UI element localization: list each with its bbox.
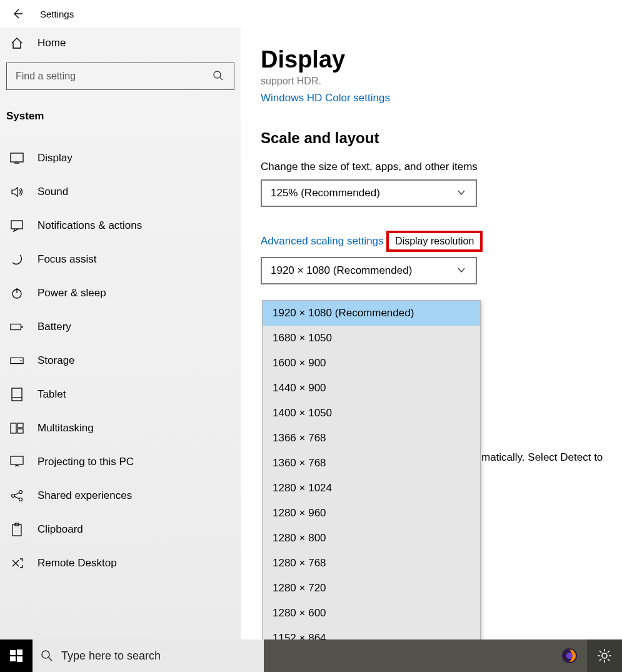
taskbar-settings[interactable]	[587, 639, 622, 672]
taskbar: Type here to search	[0, 639, 622, 672]
resolution-option[interactable]: 1920 × 1080 (Recommended)	[263, 301, 480, 326]
taskbar-firefox[interactable]	[552, 639, 587, 672]
sound-icon	[10, 185, 24, 199]
resolution-dropdown[interactable]: 1920 × 1080 (Recommended)	[261, 257, 477, 284]
clipboard-icon	[10, 523, 24, 536]
sidebar-home-label: Home	[38, 37, 66, 49]
resolution-option[interactable]: 1600 × 900	[263, 351, 480, 376]
scale-dropdown-value: 125% (Recommended)	[271, 187, 380, 199]
sidebar-item-label: Clipboard	[38, 523, 83, 536]
sidebar: Home System Display Sound Notifications …	[0, 28, 241, 672]
sidebar-item-power[interactable]: Power & sleep	[0, 276, 241, 310]
titlebar: Settings	[0, 0, 622, 28]
resolution-option[interactable]: 1280 × 800	[263, 526, 480, 551]
partial-background-text: matically. Select Detect to	[481, 451, 606, 464]
notifications-icon	[10, 219, 24, 233]
display-icon	[10, 151, 24, 165]
sidebar-item-label: Storage	[38, 354, 75, 367]
svg-rect-8	[12, 388, 22, 401]
windows-icon	[9, 649, 23, 663]
sidebar-item-remote[interactable]: Remote Desktop	[0, 546, 241, 580]
page-title: Display	[261, 46, 602, 73]
taskbar-search[interactable]: Type here to search	[33, 639, 264, 672]
firefox-icon	[561, 647, 578, 664]
multitask-icon	[10, 421, 24, 435]
svg-point-7	[20, 360, 21, 361]
resolution-option[interactable]: 1280 × 960	[263, 501, 480, 526]
resolution-options-popup: 1920 × 1080 (Recommended)1680 × 10501600…	[262, 300, 481, 672]
tablet-icon	[10, 388, 24, 401]
shared-icon	[10, 489, 24, 503]
svg-point-15	[19, 491, 23, 494]
svg-point-25	[566, 653, 573, 659]
search-box[interactable]	[6, 63, 234, 90]
sidebar-item-focus-assist[interactable]: Focus assist	[0, 243, 241, 276]
sidebar-item-display[interactable]: Display	[0, 141, 241, 175]
sidebar-item-storage[interactable]: Storage	[0, 344, 241, 378]
sidebar-item-label: Sound	[38, 186, 68, 198]
sidebar-item-shared[interactable]: Shared experiences	[0, 479, 241, 513]
window-title: Settings	[40, 9, 74, 19]
back-button[interactable]	[10, 6, 25, 21]
svg-rect-13	[11, 456, 23, 464]
gear-icon	[596, 648, 613, 664]
sidebar-section-system: System	[0, 103, 241, 141]
svg-rect-19	[10, 650, 16, 655]
sidebar-item-projecting[interactable]: Projecting to this PC	[0, 445, 241, 479]
start-button[interactable]	[0, 639, 33, 672]
scale-label: Change the size of text, apps, and other…	[261, 161, 602, 173]
sidebar-item-tablet[interactable]: Tablet	[0, 378, 241, 411]
resolution-option[interactable]: 1360 × 768	[263, 451, 480, 476]
sidebar-item-label: Tablet	[38, 388, 66, 401]
remote-icon	[10, 556, 24, 570]
arrow-left-icon	[11, 8, 24, 20]
svg-rect-1	[11, 153, 23, 162]
sidebar-item-label: Notifications & actions	[38, 219, 142, 232]
battery-icon	[10, 320, 24, 334]
search-icon	[40, 649, 54, 663]
resolution-option[interactable]: 1280 × 600	[263, 601, 480, 626]
sidebar-item-label: Focus assist	[38, 253, 96, 266]
svg-rect-12	[18, 429, 23, 433]
svg-point-23	[42, 651, 49, 658]
hdr-fragment-text: support HDR.	[261, 76, 602, 87]
sidebar-item-label: Projecting to this PC	[38, 456, 134, 468]
sidebar-item-sound[interactable]: Sound	[0, 175, 241, 209]
sidebar-item-battery[interactable]: Battery	[0, 310, 241, 344]
hd-color-link[interactable]: Windows HD Color settings	[261, 92, 390, 104]
svg-point-0	[214, 71, 221, 78]
advanced-scaling-link[interactable]: Advanced scaling settings	[261, 235, 384, 247]
resolution-option[interactable]: 1280 × 768	[263, 551, 480, 576]
sidebar-item-notifications[interactable]: Notifications & actions	[0, 209, 241, 243]
sidebar-item-multitasking[interactable]: Multitasking	[0, 411, 241, 445]
focus-assist-icon	[10, 253, 24, 266]
sidebar-item-clipboard[interactable]: Clipboard	[0, 513, 241, 546]
sidebar-item-label: Power & sleep	[38, 287, 106, 299]
search-input[interactable]	[16, 71, 213, 82]
svg-rect-2	[11, 221, 23, 229]
resolution-option[interactable]: 1280 × 1024	[263, 476, 480, 501]
resolution-option[interactable]: 1400 × 1050	[263, 401, 480, 426]
resolution-option[interactable]: 1680 × 1050	[263, 326, 480, 351]
sidebar-item-label: Remote Desktop	[38, 557, 117, 569]
power-icon	[10, 286, 24, 300]
sidebar-item-label: Battery	[38, 321, 71, 333]
svg-rect-22	[17, 656, 23, 662]
sidebar-item-label: Shared experiences	[38, 489, 132, 502]
resolution-option[interactable]: 1366 × 768	[263, 426, 480, 451]
svg-rect-21	[10, 656, 16, 661]
resolution-option[interactable]: 1440 × 900	[263, 376, 480, 401]
projecting-icon	[10, 455, 24, 469]
sidebar-item-label: Display	[38, 152, 73, 164]
resolution-dropdown-value: 1920 × 1080 (Recommended)	[271, 264, 412, 277]
sidebar-home[interactable]: Home	[0, 28, 241, 59]
svg-rect-20	[17, 649, 23, 655]
resolution-option[interactable]: 1280 × 720	[263, 576, 480, 601]
svg-rect-11	[18, 423, 23, 428]
svg-rect-4	[11, 324, 21, 329]
home-icon	[10, 36, 24, 50]
storage-icon	[10, 354, 24, 368]
scale-layout-heading: Scale and layout	[261, 129, 602, 147]
scale-dropdown[interactable]: 125% (Recommended)	[261, 179, 477, 207]
resolution-label: Display resolution	[395, 236, 474, 246]
